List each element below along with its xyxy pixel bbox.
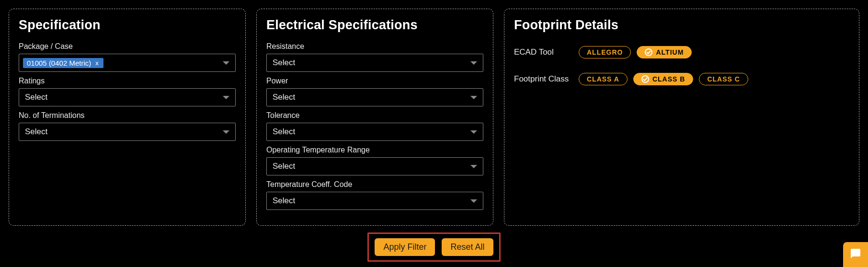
- temp-coeff-label: Temperature Coeff. Code: [266, 180, 483, 189]
- footprint-class-b-text: CLASS B: [652, 75, 685, 83]
- power-field: Power Select: [266, 77, 483, 106]
- footprint-class-a-text: CLASS A: [587, 75, 619, 83]
- ecad-tool-label: ECAD Tool: [514, 47, 579, 57]
- ecad-tool-allegro-pill[interactable]: ALLEGRO: [579, 46, 631, 58]
- terminations-value: Select: [25, 127, 47, 137]
- ratings-select[interactable]: Select: [19, 88, 236, 106]
- ratings-field: Ratings Select: [19, 77, 236, 106]
- chat-button[interactable]: [843, 242, 868, 267]
- power-label: Power: [266, 77, 483, 85]
- temp-coeff-value: Select: [273, 196, 295, 206]
- terminations-label: No. of Terminations: [19, 111, 236, 120]
- action-highlight-box: Apply Filter Reset All: [367, 232, 500, 262]
- check-icon: [641, 75, 649, 83]
- terminations-field: No. of Terminations Select: [19, 111, 236, 141]
- footprint-class-a-pill[interactable]: CLASS A: [579, 73, 628, 85]
- package-case-chip[interactable]: 01005 (0402 Metric) x: [23, 58, 103, 68]
- temp-coeff-field: Temperature Coeff. Code Select: [266, 180, 483, 210]
- package-case-select[interactable]: 01005 (0402 Metric) x: [19, 54, 236, 72]
- tolerance-label: Tolerance: [266, 111, 483, 120]
- footprint-details-panel: Footprint Details ECAD Tool ALLEGRO ALTI…: [504, 9, 859, 226]
- ratings-value: Select: [25, 93, 47, 102]
- chevron-down-icon: [223, 96, 229, 99]
- reset-all-button[interactable]: Reset All: [442, 238, 493, 256]
- chevron-down-icon: [470, 61, 477, 65]
- resistance-select[interactable]: Select: [266, 54, 483, 72]
- ecad-tool-allegro-text: ALLEGRO: [587, 48, 623, 56]
- resistance-field: Resistance Select: [266, 42, 483, 72]
- footprint-class-c-pill[interactable]: CLASS C: [699, 73, 748, 85]
- op-temp-select[interactable]: Select: [266, 157, 483, 175]
- check-icon: [645, 48, 652, 56]
- power-select[interactable]: Select: [266, 88, 483, 106]
- ecad-tool-options: ALLEGRO ALTIUM: [579, 46, 692, 58]
- electrical-spec-panel: Electrical Specifications Resistance Sel…: [256, 9, 493, 226]
- power-value: Select: [273, 93, 295, 102]
- ecad-tool-row: ECAD Tool ALLEGRO ALTIUM: [514, 42, 849, 58]
- temp-coeff-select[interactable]: Select: [266, 192, 483, 210]
- footprint-class-row: Footprint Class CLASS A CLASS B CLASS C: [514, 69, 849, 85]
- tolerance-value: Select: [273, 127, 295, 137]
- op-temp-field: Operating Temperature Range Select: [266, 146, 483, 175]
- resistance-label: Resistance: [266, 42, 483, 51]
- chevron-down-icon: [470, 130, 477, 134]
- chevron-down-icon: [470, 199, 477, 203]
- package-case-chip-text: 01005 (0402 Metric): [27, 59, 91, 67]
- specification-title: Specification: [19, 18, 236, 33]
- chevron-down-icon: [223, 130, 229, 134]
- tolerance-field: Tolerance Select: [266, 111, 483, 141]
- chip-remove-icon[interactable]: x: [94, 60, 100, 66]
- footprint-class-c-text: CLASS C: [707, 75, 740, 83]
- chevron-down-icon: [223, 61, 229, 65]
- apply-filter-button[interactable]: Apply Filter: [375, 238, 435, 256]
- footprint-class-label: Footprint Class: [514, 74, 579, 84]
- specification-panel: Specification Package / Case 01005 (0402…: [9, 9, 246, 226]
- terminations-select[interactable]: Select: [19, 123, 236, 141]
- op-temp-label: Operating Temperature Range: [266, 146, 483, 154]
- package-case-field: Package / Case 01005 (0402 Metric) x: [19, 42, 236, 72]
- ecad-tool-altium-pill[interactable]: ALTIUM: [637, 46, 692, 58]
- footprint-class-options: CLASS A CLASS B CLASS C: [579, 73, 748, 85]
- package-case-label: Package / Case: [19, 42, 236, 51]
- footprint-class-b-pill[interactable]: CLASS B: [633, 73, 693, 85]
- electrical-spec-title: Electrical Specifications: [266, 18, 483, 33]
- resistance-value: Select: [273, 58, 295, 68]
- ratings-label: Ratings: [19, 77, 236, 85]
- op-temp-value: Select: [273, 162, 295, 171]
- ecad-tool-altium-text: ALTIUM: [656, 48, 684, 56]
- chat-icon: [850, 248, 861, 261]
- action-bar: Apply Filter Reset All: [9, 232, 859, 262]
- chevron-down-icon: [470, 165, 477, 168]
- chevron-down-icon: [470, 96, 477, 99]
- footprint-details-title: Footprint Details: [514, 18, 849, 33]
- tolerance-select[interactable]: Select: [266, 123, 483, 141]
